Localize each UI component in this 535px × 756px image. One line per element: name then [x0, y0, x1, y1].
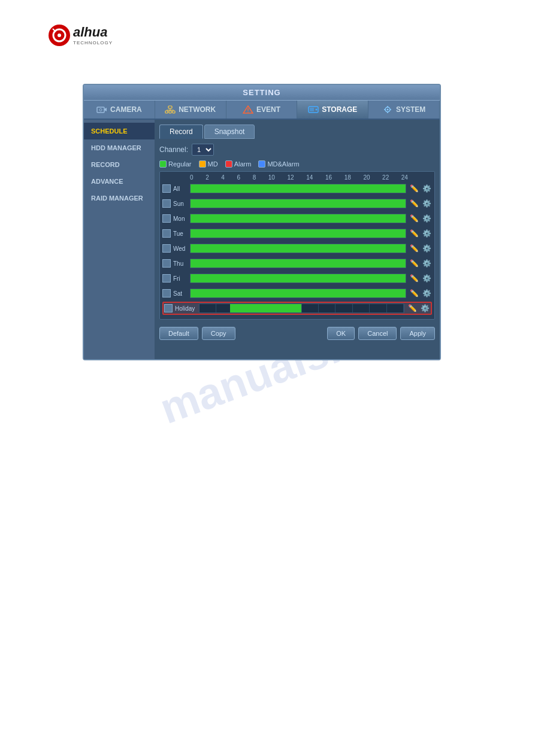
svg-point-2 [58, 34, 61, 37]
tab-storage-label: STORAGE [322, 105, 357, 114]
sidebar-item-advance[interactable]: ADVANCE [84, 173, 155, 190]
subtab-record[interactable]: Record [159, 125, 203, 139]
sidebar-item-record[interactable]: RECORD [84, 156, 155, 173]
schedule-row-holiday: Holiday ✏️ ⚙️ [162, 302, 432, 315]
svg-rect-10 [173, 111, 175, 113]
edit-btn-fri[interactable]: ✏️ [409, 273, 419, 284]
legend-regular-label: Regular [168, 160, 192, 168]
settings-btn-tue[interactable]: ⚙️ [421, 228, 432, 239]
settings-btn-all[interactable]: ⚙️ [421, 183, 432, 194]
bar-all [191, 184, 406, 193]
label-sat: Sat [173, 290, 190, 297]
legend-md-alarm: MD&Alarm [258, 160, 299, 168]
legend-alarm-label: Alarm [234, 160, 252, 168]
settings-btn-mon[interactable]: ⚙️ [421, 213, 432, 224]
checkbox-sun[interactable] [162, 199, 171, 208]
edit-btn-sat[interactable]: ✏️ [409, 288, 419, 299]
checkbox-mon[interactable] [162, 214, 171, 223]
label-thu: Thu [173, 260, 190, 267]
checkbox-thu[interactable] [162, 259, 171, 268]
panel-title: SETTING [243, 88, 280, 97]
legend-dot-md-alarm [258, 160, 265, 168]
sidebar-item-raid-manager[interactable]: RAID MANAGER [84, 190, 155, 207]
legend-alarm: Alarm [225, 160, 252, 168]
bar-area-fri[interactable] [190, 274, 406, 283]
bar-area-all[interactable] [190, 184, 406, 193]
time-labels: 0 2 4 6 8 10 12 14 16 18 20 22 24 [190, 174, 408, 181]
subtab-snapshot[interactable]: Snapshot [204, 125, 255, 139]
sidebar-item-hdd-manager[interactable]: HDD MANAGER [84, 139, 155, 156]
label-fri: Fri [173, 275, 190, 282]
tab-event[interactable]: EVENT [226, 101, 298, 119]
schedule-row-thu: Thu ✏️ ⚙️ [162, 257, 432, 270]
svg-rect-4 [97, 107, 104, 113]
apply-button[interactable]: Apply [400, 327, 435, 340]
settings-btn-wed[interactable]: ⚙️ [421, 243, 432, 254]
edit-btn-mon[interactable]: ✏️ [409, 213, 419, 224]
settings-btn-thu[interactable]: ⚙️ [421, 258, 432, 269]
row-actions-mon: ✏️ ⚙️ [409, 213, 432, 224]
logo-subtext: TECHNOLOGY [73, 40, 113, 45]
label-wed: Wed [173, 245, 190, 252]
checkbox-holiday[interactable] [164, 304, 173, 312]
schedule-row-mon: Mon ✏️ ⚙️ [162, 212, 432, 225]
bar-wed [191, 244, 406, 253]
main-panel: SETTING CAMERA NETWORK [83, 84, 441, 360]
edit-btn-all[interactable]: ✏️ [409, 183, 419, 194]
checkbox-tue[interactable] [162, 229, 171, 238]
legend-md: MD [199, 160, 218, 168]
schedule-content: Record Snapshot Channel: 1234 Regular MD [155, 120, 440, 359]
svg-rect-7 [168, 106, 172, 108]
edit-btn-wed[interactable]: ✏️ [409, 243, 419, 254]
legend-md-alarm-label: MD&Alarm [267, 160, 299, 168]
bar-area-sat[interactable] [190, 289, 406, 298]
bar-thu [191, 259, 406, 268]
svg-point-15 [247, 111, 249, 113]
bar-sun [191, 199, 406, 208]
bar-area-mon[interactable] [190, 214, 406, 223]
bar-fri [191, 274, 406, 283]
bar-area-thu[interactable] [190, 259, 406, 268]
edit-btn-holiday[interactable]: ✏️ [407, 303, 418, 314]
checkbox-all[interactable] [162, 184, 171, 193]
row-actions-all: ✏️ ⚙️ [409, 183, 432, 194]
svg-point-6 [99, 109, 102, 111]
schedule-row-fri: Fri ✏️ ⚙️ [162, 272, 432, 285]
edit-btn-sun[interactable]: ✏️ [409, 198, 419, 209]
tab-camera-label: CAMERA [110, 105, 142, 114]
ok-button[interactable]: OK [327, 327, 355, 340]
edit-btn-thu[interactable]: ✏️ [409, 258, 419, 269]
label-mon: Mon [173, 215, 190, 222]
bottom-buttons: Default Copy OK Cancel Apply [159, 324, 435, 342]
checkbox-sat[interactable] [162, 289, 171, 297]
channel-row: Channel: 1234 [159, 144, 435, 156]
edit-btn-tue[interactable]: ✏️ [409, 228, 419, 239]
legend-regular: Regular [159, 160, 192, 168]
settings-btn-sun[interactable]: ⚙️ [421, 198, 432, 209]
bar-area-wed[interactable] [190, 244, 406, 253]
bar-area-tue[interactable] [190, 229, 406, 238]
system-icon [382, 105, 393, 114]
label-tue: Tue [173, 230, 190, 237]
bar-area-holiday[interactable] [199, 303, 404, 313]
row-actions-tue: ✏️ ⚙️ [409, 228, 432, 239]
tab-system[interactable]: SYSTEM [368, 101, 440, 119]
svg-point-17 [316, 109, 318, 111]
cancel-button[interactable]: Cancel [358, 327, 397, 340]
settings-btn-holiday[interactable]: ⚙️ [419, 303, 430, 314]
copy-button[interactable]: Copy [202, 327, 235, 340]
settings-btn-fri[interactable]: ⚙️ [421, 273, 432, 284]
default-button[interactable]: Default [159, 327, 198, 340]
nav-tabs: CAMERA NETWORK EVENT [84, 101, 440, 120]
sidebar-item-schedule[interactable]: SCHEDULE [84, 123, 155, 139]
schedule-row-sat: Sat ✏️ ⚙️ [162, 287, 432, 300]
checkbox-fri[interactable] [162, 274, 171, 283]
tab-network[interactable]: NETWORK [155, 101, 226, 119]
channel-select[interactable]: 1234 [192, 144, 214, 156]
settings-btn-sat[interactable]: ⚙️ [421, 288, 432, 299]
tab-storage[interactable]: STORAGE [297, 101, 368, 119]
bar-area-sun[interactable] [190, 199, 406, 208]
tab-camera[interactable]: CAMERA [84, 101, 155, 119]
tab-system-label: SYSTEM [396, 105, 425, 114]
checkbox-wed[interactable] [162, 244, 171, 253]
